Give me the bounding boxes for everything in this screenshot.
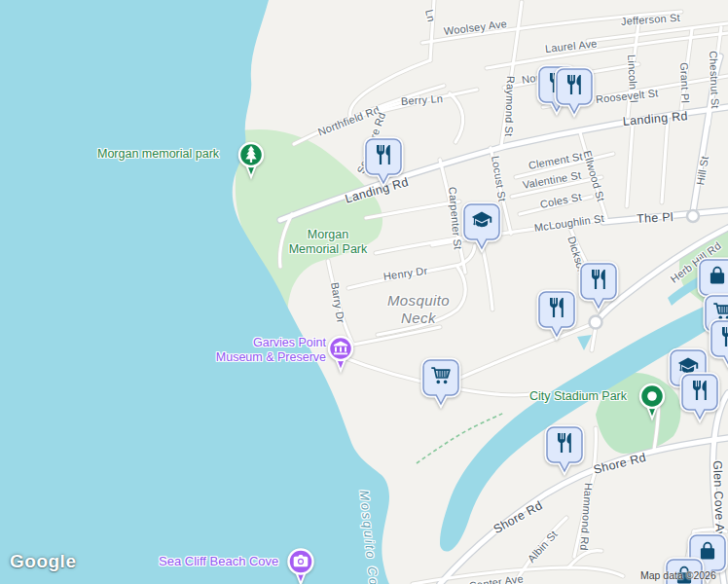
street-label-the-pl: The Pl (637, 210, 674, 226)
camera-icon (294, 555, 309, 566)
park-dot-pin-stadium[interactable] (633, 382, 672, 424)
restaurant-pin-7[interactable] (678, 372, 721, 424)
school-pin-1[interactable] (460, 201, 503, 254)
street-label-ln: Ln (423, 9, 437, 23)
poi-label-city-stadium-park[interactable]: City Stadium Park (529, 389, 627, 403)
street-label-chestnut: Chestnut St (708, 51, 721, 109)
restaurant-pin-4[interactable] (577, 261, 620, 313)
street-label-grant: Grant Pl (678, 62, 691, 103)
poi-label-sea-cliff-beach-cove[interactable]: Sea Cliff Beach Cove (159, 554, 278, 568)
area-label-mosquito-neck: Mosquito Neck (375, 292, 462, 327)
grocery-cart-pin-2[interactable] (419, 357, 462, 410)
google-logo[interactable]: Google (10, 551, 76, 572)
restaurant-pin-3[interactable] (362, 136, 405, 189)
restaurant-pin-6[interactable] (708, 318, 728, 371)
park-tree-pin-morgan[interactable] (232, 140, 271, 183)
poi-label-morgan-memorial-park[interactable]: Morgan memorial park (97, 147, 219, 161)
map-canvas[interactable]: Ln Woolsey Ave Jefferson St Laurel Ave L… (0, 0, 728, 584)
park-label-morgan-memorial-park: Morgan Memorial Park (279, 228, 377, 257)
restaurant-pin-2[interactable] (553, 66, 596, 119)
photo-pin-sea-cliff[interactable] (281, 547, 320, 584)
map-data-attribution: Map data ©2026 (640, 569, 716, 581)
restaurant-pin-5[interactable] (535, 289, 578, 342)
green-dot-icon (647, 391, 657, 401)
poi-label-garvies-point-museum[interactable]: Garvies Point Museum & Preserve (200, 336, 326, 365)
restaurant-pin-8[interactable] (543, 424, 586, 477)
museum-pin-garvies[interactable] (321, 334, 360, 377)
street-label-raymond: Raymond St (503, 76, 517, 137)
